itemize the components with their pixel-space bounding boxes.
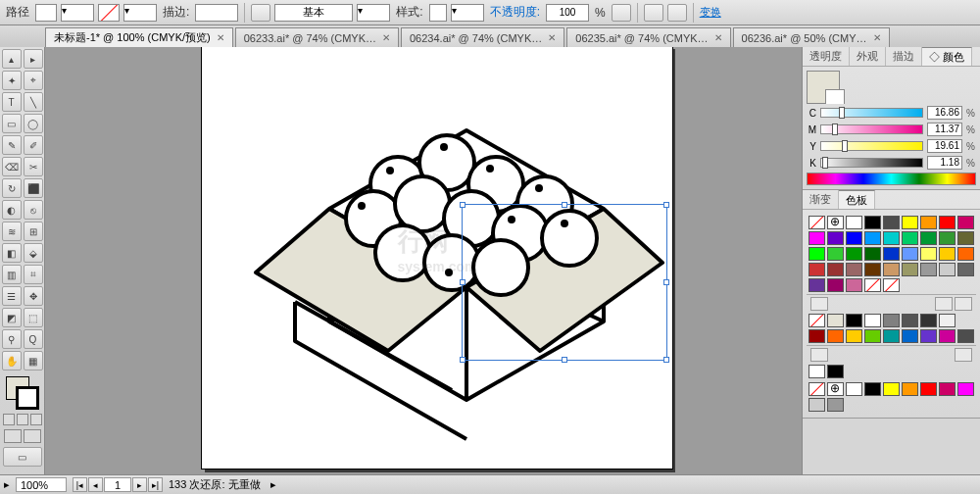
swatch[interactable] <box>920 329 937 343</box>
swatch[interactable] <box>902 314 918 327</box>
none-mode-button[interactable] <box>30 414 42 425</box>
panel-tab[interactable]: ◇ 颜色 <box>922 47 972 66</box>
swatch-lib-button[interactable] <box>810 348 828 362</box>
swatch[interactable] <box>939 231 956 245</box>
swatch[interactable] <box>846 314 862 327</box>
transform-link[interactable]: 变换 <box>700 5 721 20</box>
swatch[interactable] <box>808 365 825 378</box>
swatch[interactable] <box>957 231 974 245</box>
swatch[interactable] <box>864 247 881 261</box>
pencil-tool[interactable]: ✎ <box>2 135 22 155</box>
swatch[interactable] <box>883 216 900 229</box>
swatch[interactable] <box>827 263 844 276</box>
swatch[interactable] <box>846 329 862 343</box>
color-value-field[interactable]: 1.18 <box>927 156 962 170</box>
close-icon[interactable]: ✕ <box>548 32 556 43</box>
opacity-label[interactable]: 不透明度: <box>488 4 542 21</box>
swatch[interactable] <box>864 263 881 276</box>
graph-tool[interactable]: ◩ <box>2 308 22 327</box>
swatch[interactable] <box>827 247 844 261</box>
swatch[interactable] <box>827 329 844 343</box>
swatch[interactable] <box>957 216 974 229</box>
last-artboard-button[interactable]: ▸| <box>148 477 163 492</box>
swatch[interactable] <box>920 314 937 327</box>
swatch[interactable] <box>920 216 937 229</box>
color-value-field[interactable]: 16.86 <box>927 106 962 120</box>
swatch[interactable] <box>939 382 956 396</box>
fill-dropdown[interactable]: ▾ <box>61 4 94 22</box>
canvas-area[interactable]: 行网system.com <box>45 47 802 474</box>
swatch[interactable] <box>827 278 844 292</box>
hand-tool[interactable]: ✋ <box>2 351 22 370</box>
swatch[interactable] <box>902 263 918 276</box>
panel-tab[interactable]: 外观 <box>850 47 886 66</box>
color-panel-swatch[interactable] <box>807 71 840 104</box>
brush-basic-field[interactable]: 基本 <box>274 4 353 22</box>
swatch[interactable] <box>902 216 918 229</box>
panel-tab[interactable]: 透明度 <box>803 47 850 66</box>
gradient-mode-button[interactable] <box>17 414 28 425</box>
color-value-field[interactable]: 11.37 <box>927 123 962 136</box>
artboard-number-field[interactable]: 1 <box>104 477 131 492</box>
document-tab[interactable]: 06236.ai* @ 50% (CMY…✕ <box>733 27 890 47</box>
swatch[interactable] <box>883 263 900 276</box>
swatch[interactable] <box>957 247 974 261</box>
swatch[interactable] <box>920 231 937 245</box>
swatch[interactable] <box>808 231 825 245</box>
swatch[interactable] <box>957 263 974 276</box>
swatch[interactable] <box>883 314 900 327</box>
mesh-tool[interactable]: ⬙ <box>24 243 43 263</box>
selection-tool[interactable]: ▴ <box>2 49 22 69</box>
slice-tool[interactable]: ⚲ <box>2 329 22 349</box>
swatch[interactable] <box>902 382 918 396</box>
color-slider-c[interactable] <box>820 108 923 118</box>
swatch[interactable] <box>883 329 900 343</box>
rotate-tool[interactable]: ↻ <box>2 178 22 198</box>
swatch[interactable] <box>827 365 844 378</box>
width-tool[interactable]: ◐ <box>2 200 22 220</box>
swatch[interactable] <box>846 216 862 229</box>
color-slider-y[interactable] <box>820 141 923 151</box>
gradient-tool[interactable]: ▥ <box>2 265 22 284</box>
zoom-tool[interactable]: Q <box>24 329 43 349</box>
swatch[interactable] <box>827 216 844 229</box>
color-slider-k[interactable] <box>820 158 923 168</box>
swatch[interactable] <box>883 247 900 261</box>
next-artboard-button[interactable]: ▸ <box>132 477 147 492</box>
swatch[interactable] <box>808 247 825 261</box>
direct-selection-tool[interactable]: ▸ <box>24 49 43 69</box>
swatch[interactable] <box>808 329 825 343</box>
status-play-icon[interactable]: ▸ <box>270 478 276 491</box>
swatch[interactable] <box>846 247 862 261</box>
brush-def-button[interactable] <box>251 4 270 22</box>
panel-tab[interactable]: 渐变 <box>803 190 839 209</box>
swatch[interactable] <box>808 398 825 412</box>
symbol-tool[interactable]: ✥ <box>24 286 43 306</box>
color-slider-m[interactable] <box>820 124 923 134</box>
warp-tool[interactable]: ≋ <box>2 222 22 241</box>
draw-normal-button[interactable] <box>4 429 22 443</box>
swatch[interactable] <box>957 329 974 343</box>
blend-tool[interactable]: ☰ <box>2 286 22 306</box>
swatch[interactable] <box>864 314 881 327</box>
free-transform-tool[interactable]: ⎋ <box>24 200 43 220</box>
swatch[interactable] <box>846 382 862 396</box>
style-dropdown[interactable]: ▾ <box>451 4 484 22</box>
swatch-options-button[interactable] <box>810 297 828 311</box>
swatch[interactable] <box>939 216 956 229</box>
new-swatch-button[interactable] <box>935 297 953 311</box>
swatch[interactable] <box>808 263 825 276</box>
swatch[interactable] <box>939 329 956 343</box>
shape-builder-tool[interactable]: ⊞ <box>24 222 43 241</box>
swatch[interactable] <box>808 382 825 396</box>
print-tiling-tool[interactable]: ▦ <box>24 351 43 370</box>
type-tool[interactable]: T <box>2 92 22 112</box>
opacity-field[interactable] <box>546 4 589 22</box>
swatch[interactable] <box>883 382 900 396</box>
document-tab[interactable]: 06234.ai* @ 74% (CMYK…✕ <box>401 27 564 47</box>
eyedropper-tool[interactable]: ⌗ <box>24 265 43 284</box>
panel-tab[interactable]: 色板 <box>839 190 875 209</box>
stroke-color-box[interactable] <box>16 386 39 410</box>
stroke-dropdown[interactable]: ▾ <box>123 4 157 22</box>
delete-swatch-button[interactable] <box>955 297 972 311</box>
